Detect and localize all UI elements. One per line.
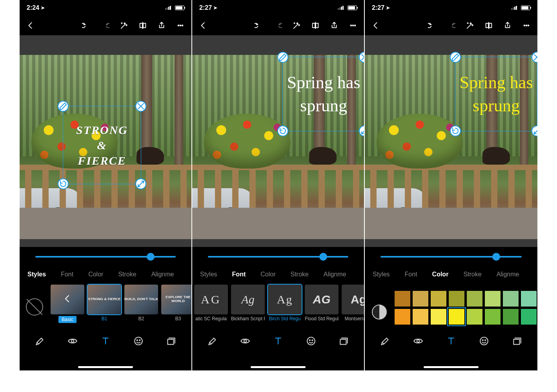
style-option[interactable]: Basic (50, 285, 85, 323)
undo-button[interactable] (254, 21, 264, 30)
color-swatch[interactable] (395, 309, 410, 325)
back-button[interactable] (198, 21, 208, 30)
auto-enhance-button[interactable] (119, 21, 129, 30)
resize-text-handle[interactable] (135, 178, 146, 189)
color-swatch[interactable] (449, 291, 464, 307)
redo-button[interactable] (100, 21, 110, 30)
share-button[interactable] (157, 21, 166, 30)
color-swatch[interactable] (467, 291, 482, 307)
resize-text-handle[interactable] (532, 125, 537, 136)
slider-thumb[interactable] (492, 253, 500, 261)
color-picker-button[interactable] (372, 305, 387, 319)
redo-button[interactable] (446, 21, 456, 30)
compare-button[interactable] (138, 21, 147, 30)
heal-tool-button[interactable] (380, 336, 391, 347)
text-tool-button[interactable] (273, 336, 284, 347)
auto-enhance-button[interactable] (292, 21, 301, 30)
blemish-tool-button[interactable] (479, 336, 490, 347)
style-option[interactable]: STRONG & FIERCE B1 (87, 285, 122, 321)
overlay-text[interactable]: Spring hassprung (283, 57, 364, 131)
tab-font[interactable]: Font (405, 271, 417, 278)
delete-text-handle[interactable] (359, 52, 365, 63)
tab-color[interactable]: Color (260, 271, 275, 278)
size-slider[interactable] (208, 256, 348, 258)
more-button[interactable] (176, 21, 185, 30)
back-button[interactable] (26, 21, 35, 30)
compare-button[interactable] (311, 21, 320, 30)
font-option[interactable]: Ag Birch Std Regu (268, 285, 302, 321)
slider-thumb[interactable] (147, 253, 155, 261)
layers-tool-button[interactable] (338, 336, 349, 347)
resize-text-handle[interactable] (359, 125, 365, 136)
text-tool-button[interactable] (100, 336, 111, 347)
more-button[interactable] (348, 21, 358, 30)
no-style-button[interactable] (26, 298, 43, 316)
color-swatch[interactable] (395, 291, 410, 307)
auto-enhance-button[interactable] (465, 21, 475, 30)
slider-thumb[interactable] (319, 253, 327, 261)
eye-tool-button[interactable] (67, 336, 78, 347)
text-selection-box[interactable]: Spring hassprung (455, 57, 537, 131)
color-swatch[interactable] (449, 309, 464, 325)
delete-text-handle[interactable] (532, 52, 537, 63)
share-button[interactable] (503, 21, 512, 30)
tab-alignme[interactable]: Alignme (497, 271, 519, 278)
font-option[interactable]: Ag Montserrat M (341, 285, 364, 321)
color-swatch[interactable] (467, 309, 482, 325)
tab-stroke[interactable]: Stroke (118, 271, 136, 278)
compare-button[interactable] (484, 21, 493, 30)
font-option[interactable]: AG atic SC Regula (194, 285, 228, 321)
color-swatch[interactable] (485, 291, 501, 307)
edit-text-handle[interactable] (277, 52, 288, 63)
eye-tool-button[interactable] (240, 336, 251, 347)
tab-color[interactable]: Color (88, 271, 103, 278)
blemish-tool-button[interactable] (133, 336, 144, 347)
tab-stroke[interactable]: Stroke (290, 271, 308, 278)
color-swatch[interactable] (413, 309, 428, 325)
edit-text-handle[interactable] (450, 52, 461, 63)
font-option[interactable]: Ag Bickham Script P (231, 285, 265, 321)
color-swatch[interactable] (503, 309, 519, 325)
color-swatch[interactable] (431, 291, 446, 307)
home-indicator[interactable] (78, 366, 133, 368)
layers-tool-button[interactable] (166, 336, 177, 347)
home-indicator[interactable] (251, 366, 306, 368)
color-swatch[interactable] (431, 309, 446, 325)
tab-font[interactable]: Font (61, 271, 73, 278)
layers-tool-button[interactable] (511, 336, 522, 347)
share-button[interactable] (329, 21, 339, 30)
undo-button[interactable] (82, 21, 91, 30)
tab-color[interactable]: Color (432, 271, 449, 278)
font-option[interactable]: AG Flood Std Regula (304, 285, 339, 321)
delete-text-handle[interactable] (135, 101, 146, 112)
edit-text-handle[interactable] (58, 101, 69, 112)
blemish-tool-button[interactable] (306, 336, 317, 347)
heal-tool-button[interactable] (35, 336, 46, 347)
color-swatch[interactable] (485, 309, 501, 325)
tab-styles[interactable]: Styles (27, 271, 46, 278)
tab-styles[interactable]: Styles (373, 271, 390, 278)
overlay-text[interactable]: Spring hassprung (455, 57, 537, 131)
color-swatch[interactable] (503, 291, 519, 307)
size-slider[interactable] (380, 256, 522, 258)
redo-button[interactable] (273, 21, 282, 30)
tab-stroke[interactable]: Stroke (463, 271, 481, 278)
tab-alignme[interactable]: Alignme (324, 271, 346, 278)
text-selection-box[interactable]: Spring hassprung (282, 57, 365, 131)
tab-font[interactable]: Font (232, 271, 246, 278)
overlay-text[interactable]: STRONG&FIERCE (63, 106, 141, 184)
more-button[interactable] (522, 21, 531, 30)
color-swatch[interactable] (413, 291, 428, 307)
color-swatch[interactable] (521, 291, 537, 307)
eye-tool-button[interactable] (413, 336, 424, 347)
tab-alignme[interactable]: Alignme (151, 271, 174, 278)
back-button[interactable] (371, 21, 380, 30)
rotate-text-handle[interactable] (450, 125, 461, 136)
tab-styles[interactable]: Styles (200, 271, 217, 278)
style-option[interactable]: BUILD, DON'T TALK B2 (124, 285, 158, 321)
size-slider[interactable] (35, 256, 176, 258)
undo-button[interactable] (428, 21, 437, 30)
heal-tool-button[interactable] (207, 336, 218, 347)
rotate-text-handle[interactable] (277, 125, 288, 136)
home-indicator[interactable] (424, 366, 479, 368)
